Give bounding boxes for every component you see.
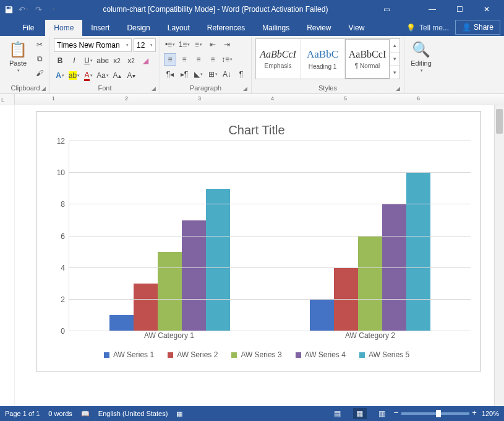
- bar: [310, 300, 334, 331]
- style-heading1[interactable]: AaBbC Heading 1: [301, 39, 345, 79]
- ribbon-display-icon[interactable]: ▭: [373, 0, 400, 19]
- strikethrough-button[interactable]: abc: [96, 54, 109, 67]
- tab-file[interactable]: File: [11, 20, 45, 36]
- maximize-button[interactable]: ☐: [446, 0, 473, 19]
- line-spacing-button[interactable]: ↕≡▾: [221, 53, 233, 66]
- zoom-out-icon[interactable]: −: [394, 408, 399, 417]
- styles-dialog-icon[interactable]: ◢: [396, 85, 400, 92]
- window-title: column-chart [Compatibility Mode] - Word…: [58, 5, 373, 14]
- editing-button[interactable]: 🔍 Editing ▾: [408, 38, 434, 73]
- close-button[interactable]: ✕: [473, 0, 500, 19]
- legend-label: AW Series 2: [177, 350, 218, 359]
- tab-mailings[interactable]: Mailings: [254, 20, 298, 36]
- tab-insert[interactable]: Insert: [82, 20, 118, 36]
- vertical-ruler[interactable]: [0, 105, 15, 409]
- clear-formatting-button[interactable]: ◢: [139, 54, 152, 67]
- save-icon[interactable]: [4, 4, 14, 14]
- align-left-button[interactable]: ≡: [164, 53, 176, 66]
- paste-icon: 📋: [9, 41, 27, 58]
- minimize-button[interactable]: —: [419, 0, 446, 19]
- grow-font-button[interactable]: A▴: [111, 69, 123, 82]
- italic-button[interactable]: I: [68, 54, 80, 67]
- tab-home[interactable]: Home: [45, 20, 82, 36]
- sort-button[interactable]: A↓: [221, 68, 233, 80]
- share-label: Share: [474, 23, 493, 32]
- superscript-button[interactable]: x2: [125, 54, 137, 67]
- ltr-button[interactable]: ¶◂: [164, 68, 176, 80]
- read-mode-button[interactable]: ▤: [331, 408, 344, 419]
- bullets-button[interactable]: •≡▾: [164, 38, 176, 51]
- paragraph-dialog-icon[interactable]: ◢: [243, 85, 247, 92]
- language-indicator[interactable]: English (United States): [98, 410, 168, 417]
- page-viewport[interactable]: Chart Title 024681012 AW Category 1AW Ca…: [15, 105, 494, 409]
- borders-button[interactable]: ⊞▾: [207, 68, 219, 80]
- web-layout-button[interactable]: ▥: [375, 408, 389, 419]
- spellcheck-icon[interactable]: 📖: [81, 410, 90, 418]
- redo-icon[interactable]: ↷: [33, 4, 43, 14]
- align-center-button[interactable]: ≡: [178, 53, 190, 66]
- qat-customize-icon[interactable]: ▾: [48, 4, 58, 14]
- undo-icon[interactable]: ↶▾: [19, 4, 28, 14]
- numbering-button[interactable]: 1≡▾: [178, 38, 190, 51]
- macro-icon[interactable]: ▦: [176, 410, 182, 418]
- bar: [109, 315, 134, 331]
- clipboard-dialog-icon[interactable]: ◢: [41, 85, 46, 92]
- word-count[interactable]: 0 words: [48, 410, 72, 417]
- zoom-slider[interactable]: − +: [401, 412, 469, 415]
- style-more-icon[interactable]: ▾: [390, 66, 399, 79]
- format-painter-button[interactable]: 🖌: [33, 67, 46, 79]
- font-dialog-icon[interactable]: ◢: [152, 85, 156, 92]
- tab-review[interactable]: Review: [298, 20, 340, 36]
- scrollbar-thumb[interactable]: [496, 109, 503, 134]
- increase-indent-button[interactable]: ⇥: [221, 38, 233, 51]
- tab-view[interactable]: View: [340, 20, 374, 36]
- highlight-button[interactable]: ab▾: [68, 69, 80, 82]
- decrease-indent-button[interactable]: ⇤: [207, 38, 219, 51]
- legend-item: AW Series 2: [168, 350, 218, 359]
- legend-label: AW Series 1: [113, 350, 154, 359]
- print-layout-button[interactable]: ▦: [353, 408, 367, 419]
- underline-button[interactable]: U▾: [82, 54, 95, 67]
- page-indicator[interactable]: Page 1 of 1: [5, 410, 40, 417]
- shading-button[interactable]: ◣▾: [192, 68, 205, 80]
- cut-button[interactable]: ✂: [33, 38, 46, 51]
- tab-references[interactable]: References: [199, 20, 254, 36]
- change-case-button[interactable]: Aa▾: [96, 69, 109, 82]
- category-label: AW Category 1: [69, 331, 270, 345]
- vertical-scrollbar[interactable]: [494, 105, 504, 409]
- font-size-value: 12: [137, 41, 145, 50]
- justify-button[interactable]: ≡: [207, 53, 219, 66]
- rtl-button[interactable]: ▸¶: [178, 68, 190, 80]
- subscript-button[interactable]: x2: [111, 54, 123, 67]
- zoom-percent[interactable]: 120%: [482, 410, 499, 417]
- style-down-icon[interactable]: ▾: [390, 53, 399, 66]
- ruler-tab-selector[interactable]: L: [0, 94, 15, 105]
- tab-layout[interactable]: Layout: [159, 20, 199, 36]
- shrink-font-button[interactable]: A▾: [125, 69, 137, 82]
- font-name-value: Times New Roman: [57, 41, 120, 50]
- multilevel-button[interactable]: ≡▾: [192, 38, 205, 51]
- zoom-in-icon[interactable]: +: [472, 408, 477, 417]
- show-marks-button[interactable]: ¶: [235, 68, 247, 80]
- align-right-button[interactable]: ≡: [192, 53, 205, 66]
- tell-me-search[interactable]: 💡 Tell me...: [400, 20, 455, 36]
- bold-button[interactable]: B: [54, 54, 66, 67]
- text-effects-button[interactable]: A▾: [54, 69, 66, 82]
- legend-swatch-icon: [296, 352, 301, 358]
- font-size-select[interactable]: 12▾: [134, 38, 156, 52]
- quick-access-toolbar: ↶▾ ↷ ▾: [4, 4, 58, 14]
- style-up-icon[interactable]: ▴: [390, 39, 399, 53]
- share-button[interactable]: 👤 Share: [455, 20, 500, 35]
- font-color-button[interactable]: A▾: [82, 69, 95, 82]
- paste-button[interactable]: 📋 Paste ▾: [5, 38, 31, 73]
- bar: [382, 204, 406, 331]
- zoom-knob[interactable]: [436, 410, 441, 417]
- horizontal-ruler[interactable]: L 123456: [0, 94, 504, 105]
- style-normal[interactable]: AaBbCcI ¶ Normal: [345, 39, 390, 79]
- font-name-select[interactable]: Times New Roman▾: [54, 38, 132, 52]
- chart-object[interactable]: Chart Title 024681012 AW Category 1AW Ca…: [36, 111, 481, 371]
- tab-design[interactable]: Design: [118, 20, 158, 36]
- copy-button[interactable]: ⧉: [33, 53, 46, 65]
- statusbar: Page 1 of 1 0 words 📖 English (United St…: [0, 406, 504, 421]
- style-emphasis[interactable]: AaBbCcI Emphasis: [256, 39, 301, 79]
